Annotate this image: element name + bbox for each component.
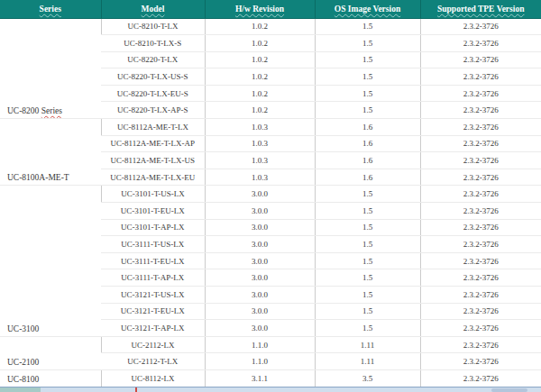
model-cell: UC-3111-T-US-LX <box>101 236 205 253</box>
os-image-version-cell: 1.5 <box>315 269 420 287</box>
os-image-version-cell: 1.6 <box>315 119 420 136</box>
column-header-supported-tpe-version-label: Supported TPE Version <box>437 5 524 14</box>
os-image-version-cell: 1.5 <box>315 219 420 236</box>
model-cell: UC-2112-T-LX <box>101 353 205 370</box>
supported-tpe-version-cell: 2.3.2-3726 <box>420 51 541 68</box>
column-header-os-image-version: OS Image Version <box>315 0 420 18</box>
supported-tpe-version-cell: 2.3.2-3726 <box>420 336 541 353</box>
os-image-version-cell: 1.6 <box>315 135 420 152</box>
os-image-version-cell: 1.5 <box>315 102 420 119</box>
series-cell: UC-8100 <box>0 369 101 387</box>
supported-tpe-version-cell: 2.3.2-3726 <box>420 102 541 119</box>
os-image-version-cell: 1.5 <box>315 68 420 86</box>
cursor-mark <box>135 387 137 392</box>
supported-tpe-version-cell: 2.3.2-3726 <box>420 369 541 387</box>
supported-tpe-version-cell: 2.3.2-3726 <box>420 353 541 370</box>
os-image-version-cell: 1.5 <box>315 35 420 52</box>
model-cell: UC-3101-T-EU-LX <box>101 203 205 220</box>
series-cell: UC-2100 <box>0 336 101 369</box>
column-header-supported-tpe-version: Supported TPE Version <box>420 0 541 18</box>
hw-revision-cell: 3.0.0 <box>205 287 315 304</box>
supported-tpe-version-cell: 2.3.2-3726 <box>420 269 541 287</box>
model-cell: UC-3121-T-US-LX <box>101 287 205 304</box>
os-image-version-cell: 1.5 <box>315 51 420 68</box>
hw-revision-cell: 3.0.0 <box>205 219 315 236</box>
horizontal-scrollbar[interactable] <box>0 387 541 392</box>
supported-tpe-version-cell: 2.3.2-3726 <box>420 68 541 86</box>
supported-tpe-version-cell: 2.3.2-3726 <box>420 18 541 35</box>
hw-revision-cell: 1.0.3 <box>205 135 315 152</box>
supported-tpe-version-cell: 2.3.2-3726 <box>420 303 541 320</box>
model-cell: UC-8220-T-LX-US-S <box>101 68 205 86</box>
model-cell: UC-8210-T-LX-S <box>101 35 205 52</box>
model-cell: UC-8112A-ME-T-LX <box>101 119 205 136</box>
model-cell: UC-8112A-ME-T-LX-US <box>101 152 205 169</box>
os-image-version-cell: 1.5 <box>315 320 420 337</box>
model-cell: UC-8220-T-LX <box>101 51 205 68</box>
os-image-version-cell: 1.5 <box>315 18 420 35</box>
model-cell: UC-3101-T-AP-LX <box>101 219 205 236</box>
hw-revision-cell: 1.0.3 <box>205 152 315 169</box>
model-cell: UC-2112-LX <box>101 336 205 353</box>
table-row: UC-8100UC-8112-LX3.1.13.52.3.2-3726 <box>0 369 541 387</box>
model-cell: UC-8112-LX <box>101 369 205 387</box>
os-image-version-cell: 1.5 <box>315 186 420 203</box>
tpe-version-table: Series Model H/w Revision OS Image Versi… <box>0 0 541 387</box>
supported-tpe-version-cell: 2.3.2-3726 <box>420 186 541 203</box>
hw-revision-cell: 3.0.0 <box>205 303 315 320</box>
os-image-version-cell: 1.11 <box>315 336 420 353</box>
supported-tpe-version-cell: 2.3.2-3726 <box>420 169 541 186</box>
supported-tpe-version-cell: 2.3.2-3726 <box>420 35 541 52</box>
hw-revision-cell: 3.1.1 <box>205 369 315 387</box>
series-cell: UC-8200 Series <box>0 18 101 119</box>
table-row: UC-8200 SeriesUC-8210-T-LX1.0.21.52.3.2-… <box>0 18 541 35</box>
column-header-model-label: Model <box>142 5 165 14</box>
model-cell: UC-8112A-ME-T-LX-AP <box>101 135 205 152</box>
table-row: UC-2100UC-2112-LX1.1.01.112.3.2-3726 <box>0 336 541 353</box>
os-image-version-cell: 1.6 <box>315 152 420 169</box>
supported-tpe-version-cell: 2.3.2-3726 <box>420 203 541 220</box>
hw-revision-cell: 1.0.2 <box>205 51 315 68</box>
scrollbar-thumb[interactable] <box>491 388 527 392</box>
document-page: Series Model H/w Revision OS Image Versi… <box>0 0 541 392</box>
model-cell: UC-8112A-ME-T-LX-EU <box>101 169 205 186</box>
model-cell: UC-3121-T-EU-LX <box>101 303 205 320</box>
column-header-hw-revision: H/w Revision <box>205 0 315 18</box>
model-cell: UC-8210-T-LX <box>101 18 205 35</box>
hw-revision-cell: 1.0.2 <box>205 18 315 35</box>
os-image-version-cell: 1.5 <box>315 203 420 220</box>
hw-revision-cell: 1.0.2 <box>205 102 315 119</box>
scrollbar-left-segment <box>0 387 41 392</box>
os-image-version-cell: 1.5 <box>315 303 420 320</box>
hw-revision-cell: 1.0.2 <box>205 85 315 102</box>
supported-tpe-version-cell: 2.3.2-3726 <box>420 287 541 304</box>
hw-revision-cell: 3.0.0 <box>205 320 315 337</box>
misspelled-word: Series <box>41 106 62 115</box>
model-cell: UC-3111-T-AP-LX <box>101 269 205 287</box>
column-header-series: Series <box>0 0 101 18</box>
column-header-model: Model <box>101 0 205 18</box>
hw-revision-cell: 3.0.0 <box>205 203 315 220</box>
table-header-row: Series Model H/w Revision OS Image Versi… <box>0 0 541 18</box>
model-cell: UC-3101-T-US-LX <box>101 186 205 203</box>
hw-revision-cell: 3.0.0 <box>205 269 315 287</box>
os-image-version-cell: 1.5 <box>315 85 420 102</box>
series-cell: UC-3100 <box>0 186 101 336</box>
hw-revision-cell: 3.0.0 <box>205 236 315 253</box>
hw-revision-cell: 1.0.2 <box>205 35 315 52</box>
os-image-version-cell: 1.5 <box>315 252 420 269</box>
os-image-version-cell: 1.5 <box>315 236 420 253</box>
supported-tpe-version-cell: 2.3.2-3726 <box>420 219 541 236</box>
supported-tpe-version-cell: 2.3.2-3726 <box>420 119 541 136</box>
supported-tpe-version-cell: 2.3.2-3726 <box>420 85 541 102</box>
column-header-os-image-version-label: OS Image Version <box>335 5 400 14</box>
hw-revision-cell: 1.0.3 <box>205 169 315 186</box>
hw-revision-cell: 1.1.0 <box>205 336 315 353</box>
supported-tpe-version-cell: 2.3.2-3726 <box>420 135 541 152</box>
table-row: UC-3100UC-3101-T-US-LX3.0.01.52.3.2-3726 <box>0 186 541 203</box>
table-row: UC-8100A-ME-TUC-8112A-ME-T-LX1.0.31.62.3… <box>0 119 541 136</box>
hw-revision-cell: 1.1.0 <box>205 353 315 370</box>
hw-revision-cell: 3.0.0 <box>205 252 315 269</box>
hw-revision-cell: 1.0.2 <box>205 68 315 86</box>
model-cell: UC-3111-T-EU-LX <box>101 252 205 269</box>
